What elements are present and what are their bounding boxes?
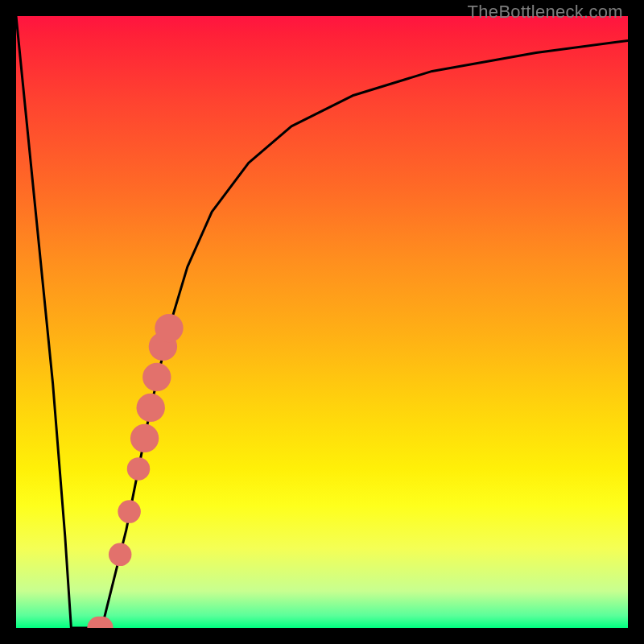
curve-marker xyxy=(118,500,141,523)
curve-marker xyxy=(130,424,159,452)
curve-marker xyxy=(142,363,171,391)
curve-marker xyxy=(155,314,183,342)
curve-markers xyxy=(87,314,183,628)
chart-svg xyxy=(16,16,628,628)
curve-marker xyxy=(137,394,165,422)
bottleneck-curve xyxy=(16,16,628,628)
plot-area: TheBottleneck.com xyxy=(16,16,628,628)
curve-marker xyxy=(109,543,132,567)
chart-frame: TheBottleneck.com xyxy=(0,0,644,644)
curve-marker xyxy=(127,457,151,481)
